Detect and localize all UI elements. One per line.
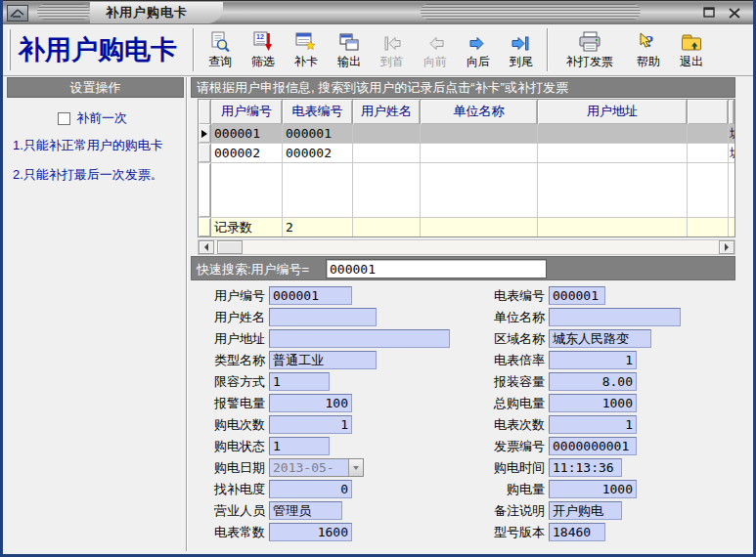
cell-user-id[interactable]: 000002: [211, 144, 283, 162]
last-arrow-icon: [510, 29, 533, 54]
record-count-label: 记录数: [211, 218, 283, 236]
quick-search-bar: 快速搜索:用户编号=: [191, 256, 735, 280]
field-purchase-status[interactable]: [269, 437, 330, 455]
toolbar-grip: [8, 29, 11, 70]
field-label-operator: 营业人员: [189, 501, 265, 520]
field-alarm-power[interactable]: [269, 394, 352, 412]
field-purchase-time[interactable]: [549, 458, 622, 477]
field-installed-capacity[interactable]: [549, 372, 637, 391]
toolbar-button-prev[interactable]: 向前: [414, 25, 457, 74]
column-header-user-id[interactable]: 用户编号: [211, 100, 283, 124]
close-button[interactable]: [727, 6, 742, 20]
table-empty-area: [199, 163, 734, 217]
user-table: 用户编号 电表编号 用户姓名 单位名称 用户地址 000001 000001 城…: [198, 99, 735, 237]
cell-clipped[interactable]: [688, 144, 729, 162]
field-meter-constant[interactable]: [269, 523, 352, 541]
app-logo-icon: [7, 5, 28, 21]
field-label-purchase-date: 购电日期: [189, 458, 265, 477]
titlebar: 补用户购电卡: [0, 0, 756, 25]
column-header-meter-id[interactable]: 电表编号: [283, 100, 353, 124]
quick-search-label: 快速搜索:用户编号=: [197, 261, 309, 278]
toolbar-button-next[interactable]: 向后: [457, 25, 500, 74]
field-invoice-number[interactable]: [549, 437, 637, 455]
cell-clipped[interactable]: 城: [729, 124, 734, 143]
column-header-user-name[interactable]: 用户姓名: [353, 100, 421, 124]
toolbar-button-last[interactable]: 到尾: [500, 25, 543, 74]
field-adjust-power[interactable]: [269, 480, 352, 498]
cell-unit-name[interactable]: [421, 124, 538, 143]
scroll-right-arrow-icon[interactable]: [719, 240, 734, 254]
field-user-address[interactable]: [269, 329, 450, 348]
toolbar-button-reprint-invoice[interactable]: 补打发票: [553, 25, 627, 74]
field-purchase-amount[interactable]: [549, 480, 637, 498]
field-capacity-limit-mode[interactable]: [269, 372, 330, 391]
field-purchase-date[interactable]: 2013-05-25: [269, 458, 364, 477]
toolbar-button-query[interactable]: 查询: [199, 25, 242, 74]
checkbox-icon[interactable]: [58, 112, 70, 125]
field-user-id[interactable]: [269, 286, 352, 305]
cell-user-name[interactable]: [353, 124, 421, 143]
scrollbar-thumb[interactable]: [217, 240, 243, 254]
reissue-previous-checkbox[interactable]: 补前一次: [58, 109, 127, 127]
toolbar-button-help[interactable]: ? 帮助: [627, 25, 670, 74]
table-row[interactable]: 000002 000002 城: [199, 144, 734, 163]
field-model-version[interactable]: [549, 523, 605, 541]
column-header-unit-name[interactable]: 单位名称: [421, 100, 538, 124]
field-area-name[interactable]: [549, 329, 651, 348]
field-label-alarm-power: 报警电量: [189, 394, 265, 412]
toolbar-button-reissue-card[interactable]: 补卡: [285, 25, 328, 74]
cell-meter-id[interactable]: 000001: [283, 124, 353, 143]
field-meter-ratio[interactable]: [549, 351, 637, 369]
panel-divider: [186, 77, 188, 551]
chevron-down-icon: [353, 466, 359, 470]
cell-user-name[interactable]: [353, 144, 421, 162]
current-row-marker-icon: [201, 130, 207, 138]
row-selector-cell[interactable]: [199, 144, 211, 162]
toolbar-button-output[interactable]: 输出: [328, 25, 371, 74]
window-title: 补用户购电卡: [106, 4, 188, 21]
sidebar-note: 2.只能补打最后一次发票。: [13, 166, 163, 184]
quick-search-input[interactable]: [326, 259, 547, 278]
sidebar-header: 设置操作: [7, 77, 184, 98]
field-unit-name[interactable]: [549, 308, 681, 326]
toolbar-button-label: 到首: [380, 54, 404, 70]
cell-meter-id[interactable]: 000002: [283, 144, 353, 162]
table-row[interactable]: 000001 000001 城: [199, 124, 734, 144]
field-user-name[interactable]: [269, 308, 377, 326]
field-meter-count[interactable]: [549, 415, 637, 434]
record-count-value: 2: [283, 218, 353, 236]
cell-unit-name[interactable]: [421, 144, 538, 162]
field-remark[interactable]: [549, 501, 622, 520]
field-label-purchase-time: 购电时间: [468, 458, 545, 477]
cell-clipped[interactable]: [688, 124, 729, 143]
field-type-name[interactable]: [269, 351, 377, 369]
prev-arrow-icon: [423, 29, 447, 54]
field-total-purchased-power[interactable]: [549, 394, 637, 412]
title-tab: 补用户购电卡: [90, 2, 223, 23]
toolbar-button-label: 输出: [337, 54, 361, 70]
toolbar-button-label: 到尾: [510, 54, 533, 70]
cell-user-address[interactable]: [538, 124, 688, 143]
cell-user-address[interactable]: [538, 144, 688, 162]
field-meter-id[interactable]: [549, 286, 605, 305]
column-header-user-address[interactable]: 用户地址: [538, 100, 688, 124]
toolbar-button-filter[interactable]: 12 筛选: [242, 25, 285, 74]
scroll-left-arrow-icon[interactable]: [199, 240, 214, 254]
field-label-remark: 备注说明: [468, 501, 545, 520]
dropdown-button[interactable]: [348, 459, 363, 476]
toolbar-button-first[interactable]: 到首: [371, 25, 414, 74]
maximize-button[interactable]: [701, 6, 717, 20]
toolbar-button-label: 补卡: [294, 54, 318, 70]
field-operator[interactable]: [269, 501, 342, 520]
toolbar-button-label: 查询: [208, 54, 232, 70]
field-label-user-id: 用户编号: [189, 286, 265, 305]
cell-user-id[interactable]: 000001: [211, 124, 283, 143]
row-selector-cell[interactable]: [199, 124, 211, 143]
field-label-meter-id: 电表编号: [468, 286, 545, 305]
purchase-date-value: 2013-05-25: [270, 459, 348, 476]
toolbar-button-exit[interactable]: 退出: [670, 25, 713, 74]
field-purchase-count[interactable]: [269, 415, 352, 434]
field-label-area-name: 区域名称: [468, 329, 545, 348]
cell-clipped[interactable]: 城: [729, 144, 734, 162]
table-horizontal-scrollbar[interactable]: [198, 239, 735, 255]
